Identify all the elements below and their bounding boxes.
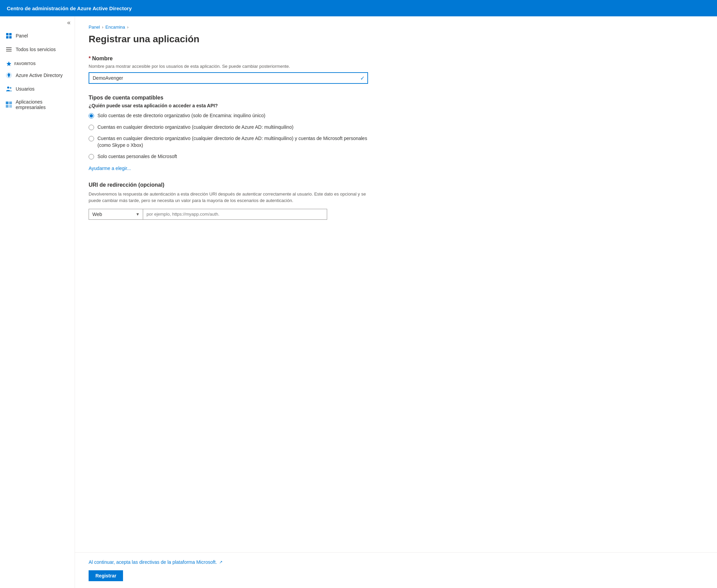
- sidebar-label-aad: Azure Active Directory: [16, 73, 63, 78]
- radio-option-1[interactable]: Solo cuentas de este directorio organiza…: [89, 112, 368, 119]
- sidebar-label-apps: Aplicaciones empresariales: [16, 99, 69, 110]
- uri-section-desc: Devolveremos la respuesta de autenticaci…: [89, 191, 368, 204]
- nombre-input-wrapper: ✓: [89, 72, 368, 84]
- uri-section: URI de redirección (opcional) Devolverem…: [89, 182, 368, 220]
- aad-icon: [5, 72, 12, 79]
- radio-label-3: Cuentas en cualquier directorio organiza…: [97, 135, 368, 149]
- svg-rect-5: [6, 49, 12, 50]
- sidebar-label-favoritos: FAVORITOS: [14, 62, 36, 66]
- quien-label: ¿Quién puede usar esta aplicación o acce…: [89, 103, 368, 108]
- nombre-input[interactable]: [89, 72, 368, 84]
- platform-policy-link[interactable]: Al continuar, acepta las directivas de l…: [89, 559, 217, 565]
- uri-type-select[interactable]: Web SPA Public client/native (mobile & d…: [89, 209, 143, 220]
- sidebar-label-todos: Todos los servicios: [16, 47, 56, 52]
- breadcrumb-sep-2: ›: [127, 25, 128, 30]
- content-area: Panel › Encamina › Registrar una aplicac…: [75, 16, 717, 588]
- svg-rect-3: [9, 36, 12, 38]
- sidebar-label-panel: Panel: [16, 33, 28, 38]
- radio-label-4: Solo cuentas personales de Microsoft: [97, 153, 177, 160]
- svg-rect-0: [6, 33, 9, 35]
- radio-option-2[interactable]: Cuentas en cualquier directorio organiza…: [89, 124, 368, 131]
- account-type-radio-group: Solo cuentas de este directorio organiza…: [89, 112, 368, 160]
- uri-section-title: URI de redirección (opcional): [89, 182, 368, 188]
- uri-inputs: Web SPA Public client/native (mobile & d…: [89, 209, 327, 220]
- grid-icon: [5, 32, 12, 39]
- svg-rect-12: [6, 102, 9, 104]
- svg-rect-2: [6, 36, 9, 38]
- radio-input-1[interactable]: [89, 113, 94, 119]
- radio-label-2: Cuentas en cualquier directorio organiza…: [97, 124, 293, 131]
- sidebar-item-usuarios[interactable]: Usuarios: [0, 82, 75, 96]
- required-star: *: [89, 56, 91, 62]
- topbar-title: Centro de administración de Azure Active…: [7, 5, 132, 11]
- footer: Al continuar, acepta las directivas de l…: [75, 552, 717, 588]
- svg-point-9: [8, 74, 10, 76]
- help-link[interactable]: Ayudarme a elegir...: [89, 166, 131, 171]
- svg-marker-7: [6, 61, 11, 66]
- apps-icon: [5, 101, 12, 108]
- tipos-section: Tipos de cuenta compatibles ¿Quién puede…: [89, 95, 368, 171]
- radio-label-1: Solo cuentas de este directorio organiza…: [97, 112, 265, 119]
- footer-link-line: Al continuar, acepta las directivas de l…: [89, 559, 703, 565]
- checkmark-icon: ✓: [360, 75, 365, 81]
- sidebar-item-apps[interactable]: Aplicaciones empresariales: [0, 96, 75, 113]
- svg-point-11: [10, 87, 12, 89]
- breadcrumb-panel[interactable]: Panel: [89, 25, 100, 30]
- sidebar-collapse-button[interactable]: «: [0, 16, 75, 29]
- uri-text-input[interactable]: [143, 209, 327, 220]
- sidebar-item-panel[interactable]: Panel: [0, 29, 75, 43]
- nombre-section: * Nombre Nombre para mostrar accesible p…: [89, 56, 368, 84]
- sidebar-item-todos[interactable]: Todos los servicios: [0, 43, 75, 56]
- radio-input-2[interactable]: [89, 125, 94, 130]
- page-title: Registrar una aplicación: [89, 34, 368, 45]
- svg-rect-13: [9, 102, 12, 104]
- sidebar: « Panel Todos los servicios: [0, 16, 75, 588]
- users-icon: [5, 86, 12, 92]
- sidebar-label-usuarios: Usuarios: [16, 86, 34, 92]
- svg-rect-14: [6, 105, 9, 108]
- uri-type-wrapper: Web SPA Public client/native (mobile & d…: [89, 209, 143, 220]
- nombre-section-desc: Nombre para mostrar accesible por los us…: [89, 64, 368, 69]
- external-link-icon: ↗: [219, 560, 223, 564]
- star-icon: [5, 60, 12, 67]
- sidebar-header-favoritos: FAVORITOS: [0, 56, 75, 68]
- svg-rect-6: [6, 51, 12, 51]
- svg-point-10: [7, 87, 9, 89]
- register-button[interactable]: Registrar: [89, 570, 123, 581]
- list-icon: [5, 46, 12, 53]
- radio-input-4[interactable]: [89, 154, 94, 159]
- breadcrumb: Panel › Encamina ›: [89, 25, 368, 30]
- sidebar-item-aad[interactable]: Azure Active Directory: [0, 68, 75, 82]
- tipos-section-title: Tipos de cuenta compatibles: [89, 95, 163, 101]
- svg-rect-1: [9, 33, 12, 35]
- svg-rect-15: [9, 105, 12, 108]
- breadcrumb-encamina[interactable]: Encamina: [105, 25, 125, 30]
- nombre-section-title: Nombre: [92, 56, 112, 62]
- radio-option-4[interactable]: Solo cuentas personales de Microsoft: [89, 153, 368, 160]
- radio-option-3[interactable]: Cuentas en cualquier directorio organiza…: [89, 135, 368, 149]
- topbar: Centro de administración de Azure Active…: [0, 0, 717, 16]
- svg-rect-4: [6, 47, 12, 48]
- breadcrumb-sep-1: ›: [102, 25, 103, 30]
- radio-input-3[interactable]: [89, 136, 94, 141]
